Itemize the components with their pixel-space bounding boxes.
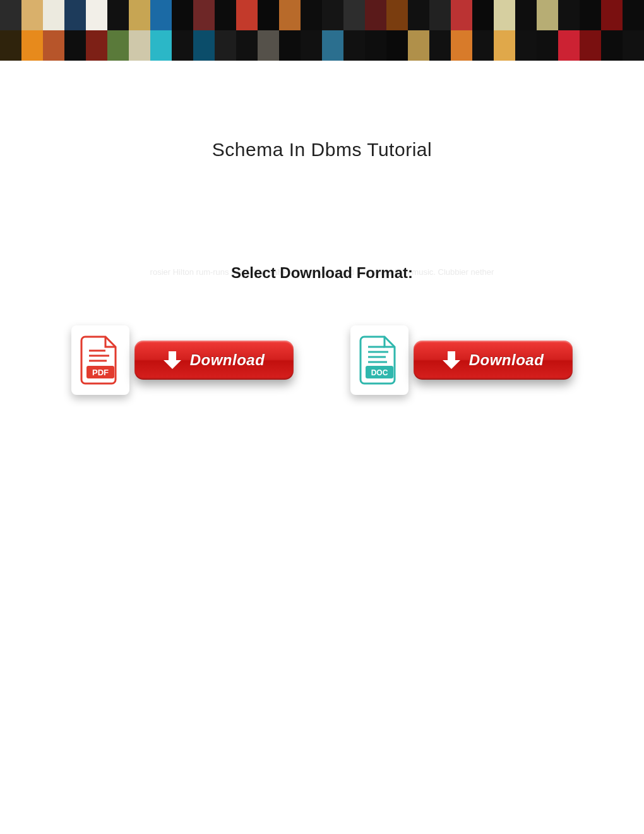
banner-tile (494, 0, 515, 30)
banner-tile (150, 0, 172, 30)
banner-tile (279, 30, 301, 61)
banner-tile (365, 0, 386, 30)
download-unit-doc: DOC Download (350, 325, 573, 395)
banner-tile (451, 0, 472, 30)
banner-tile (215, 30, 236, 61)
banner-tile (537, 30, 558, 61)
banner-tile (43, 30, 64, 61)
banner-tile (429, 30, 451, 61)
banner-tile (258, 30, 279, 61)
banner-tile (43, 0, 64, 30)
banner-tile (558, 0, 580, 30)
banner-row (0, 0, 644, 30)
banner-tile (386, 0, 408, 30)
banner-tile (64, 0, 86, 30)
banner-tile (623, 30, 644, 61)
pdf-file-icon: PDF (71, 325, 129, 395)
banner-tile (301, 30, 322, 61)
header-banner (0, 0, 644, 61)
banner-tile (86, 0, 107, 30)
banner-tile (386, 30, 408, 61)
download-arrow-icon (443, 351, 460, 369)
banner-tile (193, 30, 215, 61)
download-pdf-label: Download (190, 351, 265, 369)
download-doc-button[interactable]: Download (414, 341, 573, 380)
doc-file-icon: DOC (350, 325, 408, 395)
banner-tile (601, 30, 623, 61)
download-arrow-icon (164, 351, 181, 369)
banner-tile (107, 0, 129, 30)
download-unit-pdf: PDF Download (71, 325, 294, 395)
banner-tile (558, 30, 580, 61)
banner-tile (150, 30, 172, 61)
banner-tile (429, 0, 451, 30)
banner-tile (64, 30, 86, 61)
banner-tile (129, 30, 150, 61)
download-doc-label: Download (469, 351, 544, 369)
banner-tile (236, 0, 258, 30)
banner-tile (0, 0, 21, 30)
banner-tile (258, 0, 279, 30)
banner-tile (343, 30, 365, 61)
banner-tile (494, 30, 515, 61)
banner-row (0, 30, 644, 61)
banner-tile (408, 30, 429, 61)
banner-tile (322, 30, 343, 61)
banner-tile (279, 0, 301, 30)
banner-tile (322, 0, 343, 30)
banner-tile (472, 0, 494, 30)
banner-tile (451, 30, 472, 61)
banner-tile (21, 0, 43, 30)
banner-tile (236, 30, 258, 61)
pdf-badge-text: PDF (92, 368, 109, 377)
banner-tile (21, 30, 43, 61)
banner-tile (172, 30, 193, 61)
banner-tile (537, 0, 558, 30)
banner-tile (0, 30, 21, 61)
banner-tile (301, 0, 322, 30)
download-pdf-button[interactable]: Download (134, 341, 294, 380)
banner-tile (343, 0, 365, 30)
banner-tile (472, 30, 494, 61)
banner-tile (215, 0, 236, 30)
doc-badge-text: DOC (371, 368, 388, 377)
banner-tile (601, 0, 623, 30)
banner-tile (172, 0, 193, 30)
download-format-heading: Select Download Format: (0, 264, 644, 282)
downloads-row: PDF Download DOC (0, 325, 644, 395)
page-title: Schema In Dbms Tutorial (0, 139, 644, 160)
banner-tile (515, 30, 537, 61)
banner-tile (107, 30, 129, 61)
banner-tile (580, 0, 601, 30)
banner-tile (623, 0, 644, 30)
banner-tile (515, 0, 537, 30)
banner-tile (580, 30, 601, 61)
banner-tile (129, 0, 150, 30)
banner-tile (408, 0, 429, 30)
banner-tile (365, 30, 386, 61)
banner-tile (193, 0, 215, 30)
banner-tile (86, 30, 107, 61)
